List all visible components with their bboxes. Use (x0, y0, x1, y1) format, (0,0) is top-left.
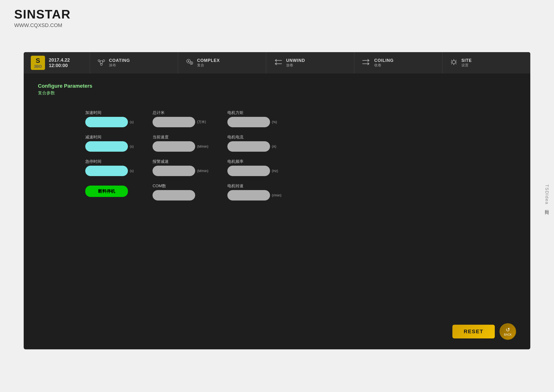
section-title-en: Configure Parameters (38, 83, 516, 89)
tab-coiling[interactable]: COILING 收卷 (354, 52, 443, 73)
input-torque[interactable] (227, 117, 270, 127)
watermark: TSDIdea 时日闻 (544, 184, 550, 208)
param-label-alarm-decel: 报警减速 (152, 159, 208, 164)
coiling-icon (361, 59, 371, 67)
svg-point-15 (452, 60, 456, 64)
input-current[interactable] (227, 141, 270, 152)
logo-letter: S (36, 57, 40, 64)
param-label-estop: 急停时间 (85, 159, 134, 164)
header: SINSTAR WWW.CQXSD.COM (0, 0, 554, 33)
unit-rpm: (r/min) (272, 193, 281, 197)
stop-button[interactable]: 断料停机 (85, 186, 128, 197)
brand-url: WWW.CQXSD.COM (14, 22, 540, 28)
reset-button[interactable]: RESET (452, 325, 495, 338)
param-group-accel: 加速时间 (s) (85, 110, 134, 127)
complex-icon (185, 58, 194, 68)
param-group-com: COM数 (152, 183, 208, 201)
input-estop[interactable] (85, 166, 128, 176)
section-header: Configure Parameters 复合参数 (38, 83, 516, 96)
param-group-alarm-decel: 报警减速 (M/min) (152, 159, 208, 176)
coating-icon (97, 58, 106, 68)
brand-name: SINSTAR (14, 7, 540, 21)
tab-coiling-cn: 收卷 (374, 63, 394, 68)
param-group-decel: 减速时间 (s) (85, 134, 134, 152)
param-group-total: 总计米 (万米) (152, 110, 208, 127)
input-total[interactable] (152, 117, 195, 127)
nav-bar: S 3BO 2017.4.22 12:00:00 (24, 52, 530, 73)
param-input-row-accel: (s) (85, 117, 134, 127)
logo-box: S 3BO (31, 56, 45, 70)
tab-coiling-text: COILING 收卷 (374, 58, 394, 68)
input-com[interactable] (152, 190, 195, 201)
param-input-row-com (152, 190, 208, 201)
param-input-row-current: (A) (227, 141, 281, 152)
param-label-speed: 当前速度 (152, 134, 208, 140)
param-group-current: 电机电流 (A) (227, 134, 281, 152)
tab-site-text: SITE 设置 (461, 58, 472, 68)
tab-unwind-text: UNWIND 放卷 (286, 58, 305, 68)
back-icon: ↺ (506, 327, 510, 333)
param-input-row-alarm-decel: (M/min) (152, 166, 208, 176)
param-input-row-freq: (Hz) (227, 166, 281, 176)
tab-complex-cn: 复合 (197, 63, 220, 68)
unit-current: (A) (272, 145, 277, 148)
param-col-3: 电机力矩 (%) 电机电流 (A) 电机频率 (227, 110, 281, 201)
svg-point-1 (98, 60, 100, 62)
bottom-buttons: RESET ↺ BACK (452, 323, 516, 340)
site-icon (450, 58, 458, 68)
tab-site[interactable]: SITE 设置 (443, 52, 530, 73)
svg-point-8 (188, 60, 189, 62)
param-group-rpm: 电机转速 (r/min) (227, 183, 281, 201)
tab-complex-en: COMPLEX (197, 58, 220, 63)
param-input-row-decel: (s) (85, 141, 134, 152)
param-label-total: 总计米 (152, 110, 208, 115)
unit-estop: (s) (130, 169, 134, 173)
param-group-torque: 电机力矩 (%) (227, 110, 281, 127)
tab-unwind[interactable]: UNWIND 放卷 (266, 52, 354, 73)
back-label: BACK (504, 333, 512, 336)
input-speed[interactable] (152, 141, 195, 152)
date-display: 2017.4.22 (49, 57, 70, 63)
unit-accel: (s) (130, 120, 134, 124)
main-panel: S 3BO 2017.4.22 12:00:00 (24, 52, 530, 349)
param-label-com: COM数 (152, 183, 208, 189)
param-col-2: 总计米 (万米) 当前速度 (M/min) 报警减速 (152, 110, 208, 201)
param-label-current: 电机电流 (227, 134, 281, 140)
section-title-cn: 复合参数 (38, 90, 516, 96)
unit-decel: (s) (130, 145, 134, 148)
tab-coating-en: COATING (109, 58, 130, 63)
input-rpm[interactable] (227, 190, 270, 201)
unit-speed: (M/min) (197, 145, 208, 148)
input-decel[interactable] (85, 141, 128, 152)
right-sidebar: TSDIdea 时日闻 (540, 0, 554, 392)
tab-unwind-cn: 放卷 (286, 63, 305, 68)
svg-point-3 (100, 63, 102, 65)
back-button[interactable]: ↺ BACK (499, 323, 516, 340)
nav-logo: S 3BO 2017.4.22 12:00:00 (24, 52, 90, 73)
param-label-rpm: 电机转速 (227, 183, 281, 189)
param-input-row-estop: (s) (85, 166, 134, 176)
tab-site-en: SITE (461, 58, 472, 63)
param-input-row-speed: (M/min) (152, 141, 208, 152)
unit-total: (万米) (197, 120, 206, 124)
param-group-estop: 急停时间 (s) (85, 159, 134, 176)
input-accel[interactable] (85, 117, 128, 127)
tab-coating-text: COATING 涂布 (109, 58, 130, 68)
param-label-torque: 电机力矩 (227, 110, 281, 115)
tab-unwind-en: UNWIND (286, 58, 305, 63)
content-area: Configure Parameters 复合参数 加速时间 (s) 减速时间 (24, 73, 530, 210)
tab-coiling-en: COILING (374, 58, 394, 63)
params-grid: 加速时间 (s) 减速时间 (s) 急停时间 (85, 110, 516, 201)
tab-coating-cn: 涂布 (109, 63, 130, 68)
param-group-freq: 电机频率 (Hz) (227, 159, 281, 176)
input-freq[interactable] (227, 166, 270, 176)
param-input-row-torque: (%) (227, 117, 281, 127)
input-alarm-decel[interactable] (152, 166, 195, 176)
param-group-speed: 当前速度 (M/min) (152, 134, 208, 152)
logo-sub: 3BO (34, 64, 42, 69)
tab-complex[interactable]: COMPLEX 复合 (178, 52, 266, 73)
tab-coating[interactable]: COATING 涂布 (90, 52, 178, 73)
param-input-row-rpm: (r/min) (227, 190, 281, 201)
clock-display: 12:00:00 (49, 63, 70, 68)
param-label-accel: 加速时间 (85, 110, 134, 115)
